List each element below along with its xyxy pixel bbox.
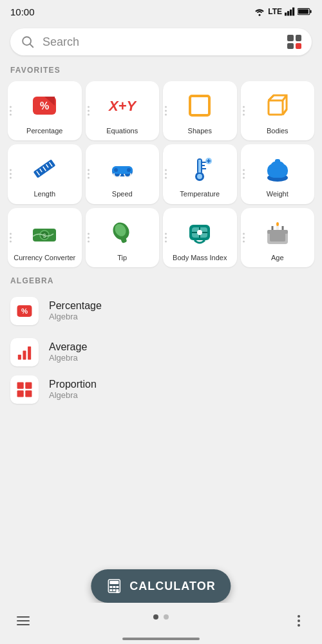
svg-rect-60 xyxy=(270,232,285,242)
bottom-nav xyxy=(0,603,322,644)
grid-apps-icon[interactable] xyxy=(287,35,301,49)
svg-line-9 xyxy=(30,44,33,48)
svg-point-0 xyxy=(259,14,261,16)
list-subtitle-proportion: Algebra xyxy=(49,390,97,400)
fav-label-bmi: Body Mass Index xyxy=(173,253,227,262)
fav-item-speed[interactable]: Speed xyxy=(86,144,160,204)
svg-rect-7 xyxy=(298,9,308,14)
search-placeholder: Search xyxy=(43,35,79,49)
fav-item-age[interactable]: Age xyxy=(241,208,315,267)
favorites-section-label: FAVORITES xyxy=(0,61,322,77)
fav-icon-shapes xyxy=(183,89,216,122)
dot-1 xyxy=(153,614,158,620)
svg-text:%: % xyxy=(40,100,49,111)
svg-point-58 xyxy=(197,230,202,235)
svg-rect-14 xyxy=(269,100,283,115)
status-bar: 10:00 LTE xyxy=(0,0,322,23)
list-text-percentage: Percentage Algebra xyxy=(49,300,102,321)
svg-rect-71 xyxy=(17,382,24,388)
fav-icon-currency: $ xyxy=(28,216,61,249)
fav-label-length: Length xyxy=(33,189,55,198)
search-icon xyxy=(21,35,35,49)
list-item-average[interactable]: Average Algebra xyxy=(0,332,322,373)
favorites-grid: % Percentage X+Y Equations Shapes xyxy=(0,77,322,271)
svg-rect-74 xyxy=(25,390,32,397)
list-text-proportion: Proportion Algebra xyxy=(49,379,97,400)
svg-rect-13 xyxy=(190,96,209,115)
svg-rect-47 xyxy=(275,159,280,163)
fav-item-weight[interactable]: Weight xyxy=(241,144,315,204)
svg-rect-78 xyxy=(113,586,115,588)
list-title-percentage: Percentage xyxy=(49,300,102,312)
wifi-icon xyxy=(254,7,265,16)
svg-point-34 xyxy=(197,174,202,179)
algebra-list: % Percentage Algebra Average Algebra xyxy=(0,288,322,409)
fav-item-bodies[interactable]: Bodies xyxy=(241,81,315,140)
algebra-section-label: ALGEBRA xyxy=(0,271,322,288)
home-indicator xyxy=(122,638,200,640)
svg-rect-70 xyxy=(28,346,31,359)
calculator-fab[interactable]: CALCULATOR xyxy=(91,569,231,603)
svg-rect-3 xyxy=(290,10,292,16)
fav-label-percentage: Percentage xyxy=(26,126,62,135)
more-vert-icon[interactable] xyxy=(291,613,307,629)
dot-2 xyxy=(164,614,169,620)
fav-item-currency[interactable]: $ Currency Converter xyxy=(8,208,82,267)
fav-icon-bmi xyxy=(183,216,216,249)
fav-icon-temperature xyxy=(183,152,216,185)
list-icon-proportion xyxy=(10,375,39,404)
list-title-average: Average xyxy=(49,341,87,353)
svg-rect-73 xyxy=(17,390,24,397)
fav-icon-length xyxy=(28,152,61,185)
lte-indicator: LTE xyxy=(268,7,282,16)
svg-rect-69 xyxy=(23,350,26,359)
fav-icon-equations: X+Y xyxy=(106,89,139,122)
list-text-average: Average Algebra xyxy=(49,341,87,363)
signal-icon xyxy=(285,7,295,16)
fav-item-equations[interactable]: X+Y Equations xyxy=(86,81,160,140)
calculator-fab-icon xyxy=(106,578,122,594)
svg-rect-63 xyxy=(267,230,288,234)
search-bar[interactable]: Search xyxy=(10,28,312,55)
fav-icon-percentage: % xyxy=(28,89,61,122)
fav-label-tip: Tip xyxy=(117,253,127,262)
list-icon-average xyxy=(10,338,39,366)
fav-icon-tip xyxy=(106,216,139,249)
svg-rect-6 xyxy=(310,10,311,14)
svg-rect-81 xyxy=(113,589,115,591)
svg-point-29 xyxy=(114,168,118,172)
fav-icon-speed xyxy=(106,152,139,185)
svg-rect-76 xyxy=(109,581,118,584)
svg-point-30 xyxy=(127,168,131,172)
svg-point-65 xyxy=(276,222,279,226)
fav-item-percentage[interactable]: % Percentage xyxy=(8,81,82,140)
fav-item-tip[interactable]: Tip xyxy=(86,208,160,267)
search-left: Search xyxy=(21,35,79,49)
fav-label-equations: Equations xyxy=(106,126,138,135)
svg-rect-4 xyxy=(292,8,294,16)
svg-text:%: % xyxy=(21,307,28,315)
svg-rect-68 xyxy=(18,355,21,360)
svg-point-86 xyxy=(298,615,300,618)
fav-item-shapes[interactable]: Shapes xyxy=(163,81,237,140)
fav-label-temperature: Temperature xyxy=(180,189,220,198)
list-subtitle-percentage: Algebra xyxy=(49,312,102,321)
list-item-percentage[interactable]: % Percentage Algebra xyxy=(0,290,322,332)
list-icon-percentage: % xyxy=(10,297,39,325)
fav-item-temperature[interactable]: Temperature xyxy=(163,144,237,204)
page-dots xyxy=(153,614,169,620)
list-item-proportion[interactable]: Proportion Algebra xyxy=(0,373,322,406)
svg-rect-72 xyxy=(25,382,32,388)
fav-item-length[interactable]: Length xyxy=(8,144,82,204)
svg-text:X+Y: X+Y xyxy=(108,98,137,114)
svg-point-87 xyxy=(298,620,300,622)
list-title-proportion: Proportion xyxy=(49,379,97,390)
fav-icon-weight xyxy=(261,152,294,185)
fav-label-age: Age xyxy=(271,253,284,262)
menu-icon[interactable] xyxy=(15,613,31,629)
list-subtitle-average: Algebra xyxy=(49,353,87,363)
svg-point-88 xyxy=(298,624,300,627)
status-icons: LTE xyxy=(254,7,312,16)
fav-item-bmi[interactable]: Body Mass Index xyxy=(163,208,237,267)
status-time: 10:00 xyxy=(10,6,35,17)
